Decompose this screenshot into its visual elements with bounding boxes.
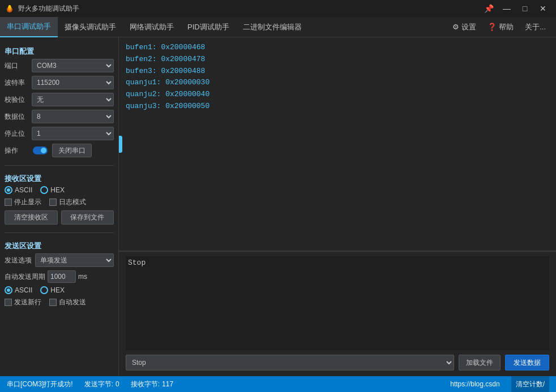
log-mode-checkbox-box (49, 199, 57, 206)
log-line: quanju1: 0x20000030 (126, 77, 549, 89)
svg-point-2 (8, 5, 11, 8)
tab-network[interactable]: 网络调试助手 (123, 17, 181, 37)
send-config-title: 发送区设置 (5, 238, 114, 253)
send-textarea[interactable]: Stop (126, 256, 549, 350)
log-line: quanju3: 0x20000050 (126, 101, 549, 113)
title-bar: 野火多功能调试助手 📌 — □ ✕ (0, 0, 556, 17)
status-link[interactable]: https://blog.csdn (450, 380, 499, 388)
send-options-group: 发送新行 自动发送 (5, 298, 114, 307)
rx-label: 接收字节: (131, 380, 160, 389)
pin-button[interactable]: 📌 (480, 1, 497, 16)
tx-status: 发送字节: 0 (84, 380, 119, 389)
hex-radio[interactable]: HEX (40, 186, 65, 194)
pause-checkbox-label: 停止显示 (14, 197, 41, 207)
pause-checkbox-box (5, 199, 12, 206)
send-data-button[interactable]: 发送数据 (505, 355, 549, 371)
hex-radio-circle (40, 186, 48, 194)
send-ascii-radio-label: ASCII (15, 286, 32, 294)
window-controls: 📌 — □ ✕ (480, 1, 551, 16)
newline-checkbox[interactable]: 发送新行 (5, 298, 41, 307)
status-extra: 清空计数/ (511, 376, 549, 392)
serial-config-title: 串口配置 (5, 43, 114, 59)
port-label: 端口 (5, 61, 28, 71)
receive-config-title: 接收区设置 (5, 170, 114, 186)
auto-period-row: 自动发送周期 ms (5, 270, 114, 283)
send-encoding-group: ASCII HEX (5, 286, 114, 294)
receive-encoding-group: ASCII HEX (5, 186, 114, 194)
stop-bits-label: 停止位 (5, 129, 28, 139)
newline-checkbox-label: 发送新行 (14, 298, 41, 307)
baud-select[interactable]: 115200 (32, 76, 114, 89)
rx-status: 接收字节: 117 (131, 380, 173, 389)
load-file-button[interactable]: 加载文件 (459, 355, 501, 371)
tab-camera[interactable]: 摄像头调试助手 (58, 17, 123, 37)
receive-actions: 清空接收区 保存到文件 (5, 210, 114, 225)
baud-label: 波特率 (5, 78, 28, 88)
send-bottom-bar: Stop 加载文件 发送数据 (126, 354, 549, 372)
sidebar: 串口配置 端口 COM3 波特率 115200 校验位 无 数据位 8 (0, 37, 119, 376)
parity-select[interactable]: 无 (32, 93, 114, 106)
close-button[interactable]: ✕ (534, 1, 551, 16)
hex-radio-label: HEX (50, 186, 65, 194)
tab-binary-editor[interactable]: 二进制文件编辑器 (236, 17, 309, 37)
tx-label: 发送字节: (84, 380, 113, 389)
scroll-indicator (119, 136, 122, 153)
auto-send-checkbox[interactable]: 自动发送 (49, 298, 86, 307)
log-line: quanju2: 0x20000040 (126, 89, 549, 101)
maximize-button[interactable]: □ (516, 1, 533, 16)
divider-2 (5, 232, 114, 233)
parity-row: 校验位 无 (5, 93, 114, 106)
send-option-label: 发送选项 (5, 256, 32, 265)
send-combo[interactable]: Stop (126, 355, 454, 371)
pause-checkbox[interactable]: 停止显示 (5, 197, 41, 207)
rx-value: 117 (162, 380, 173, 388)
menu-bar: 串口调试助手 摄像头调试助手 网络调试助手 PID调试助手 二进制文件编辑器 ⚙… (0, 17, 556, 37)
auto-period-input[interactable] (48, 270, 76, 283)
data-bits-row: 数据位 8 (5, 110, 114, 123)
tab-serial[interactable]: 串口调试助手 (0, 17, 58, 37)
minimize-button[interactable]: — (498, 1, 515, 16)
send-option-select[interactable]: 单项发送 多项发送 (35, 253, 114, 267)
data-bits-select[interactable]: 8 (32, 110, 114, 123)
tx-value: 0 (116, 380, 119, 388)
divider-1 (5, 165, 114, 166)
help-button[interactable]: ❓ 帮助 (482, 17, 519, 37)
auto-period-unit: ms (78, 273, 87, 281)
op-label: 操作 (5, 146, 28, 156)
stop-bits-select[interactable]: 1 (32, 127, 114, 140)
data-bits-label: 数据位 (5, 112, 28, 122)
port-select[interactable]: COM3 (32, 59, 114, 72)
tab-pid[interactable]: PID调试助手 (181, 17, 236, 37)
ascii-radio-circle (5, 186, 12, 194)
stop-bits-row: 停止位 1 (5, 127, 114, 140)
app-icon (5, 3, 15, 14)
menu-right-buttons: ⚙ 设置 ❓ 帮助 关于... (447, 17, 556, 37)
log-line: bufen3: 0x20000488 (126, 66, 549, 77)
send-ascii-radio[interactable]: ASCII (5, 286, 32, 294)
receive-options-group: 停止显示 日志模式 (5, 197, 114, 207)
main-layout: 串口配置 端口 COM3 波特率 115200 校验位 无 数据位 8 (0, 37, 556, 376)
clear-receive-button[interactable]: 清空接收区 (5, 210, 58, 225)
log-line: bufen1: 0x20000468 (126, 42, 549, 54)
status-bar: 串口[COM3]打开成功! 发送字节: 0 接收字节: 117 https://… (0, 376, 556, 392)
newline-checkbox-box (5, 299, 12, 306)
ascii-radio-label: ASCII (15, 186, 32, 194)
send-option-row: 发送选项 单项发送 多项发送 (5, 253, 114, 267)
baud-row: 波特率 115200 (5, 76, 114, 89)
log-mode-checkbox[interactable]: 日志模式 (49, 197, 86, 207)
port-toggle[interactable] (33, 147, 48, 154)
app-title: 野火多功能调试助手 (18, 4, 480, 14)
send-ascii-radio-circle (5, 286, 12, 294)
parity-label: 校验位 (5, 95, 28, 105)
close-port-button[interactable]: 关闭串口 (52, 144, 92, 157)
about-button[interactable]: 关于... (519, 17, 551, 37)
send-hex-radio[interactable]: HEX (40, 286, 65, 294)
auto-send-checkbox-label: 自动发送 (59, 298, 86, 307)
port-row: 端口 COM3 (5, 59, 114, 72)
ascii-radio[interactable]: ASCII (5, 186, 32, 194)
auto-send-checkbox-box (49, 299, 57, 306)
save-file-button[interactable]: 保存到文件 (61, 210, 114, 225)
send-hex-radio-label: HEX (50, 286, 65, 294)
settings-button[interactable]: ⚙ 设置 (447, 17, 482, 37)
log-line: bufen2: 0x20000478 (126, 54, 549, 66)
